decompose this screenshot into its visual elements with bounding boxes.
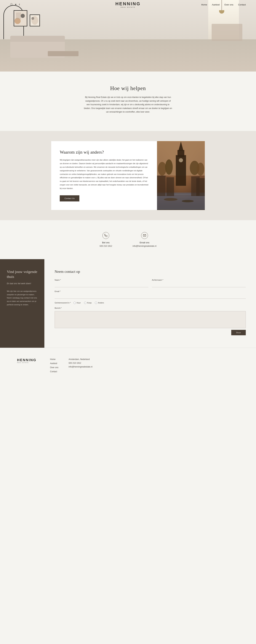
footer-aanbod[interactable]: Aanbod [50,362,58,364]
interest-row: Geïnteresseerd in * Huur Koop Anders [55,302,246,304]
artwork-inner-1 [14,11,27,26]
waarom-inner: Waarom zijn wij anders? Wij begrijpen da… [51,141,205,210]
phone-value: 020 210 1912 [99,245,112,247]
interest-label: Geïnteresseerd in * [55,302,71,304]
artwork-frame-2 [30,14,40,26]
bericht-textarea[interactable] [55,311,246,328]
contact-us-button[interactable]: Contact Us [60,195,79,202]
form-left-heading: Vind jouw volgende thuis [7,270,38,279]
radio-huur[interactable] [74,302,76,304]
option-koop[interactable]: Koop [84,302,92,304]
nav-logo: HENNING REAL ESTATE [115,1,141,8]
hero-interior [0,0,256,72]
footer: HENNING REAL ESTATE Home Aanbod Over ons… [0,348,256,380]
help-heading: Hoe wij helpen [7,85,249,92]
form-left-panel: Vind jouw volgende thuis En laat ons het… [0,259,44,348]
footer-logo-sub: REAL ESTATE [17,362,36,363]
nav-aanbod[interactable]: Aanbod [212,4,220,6]
koop-label: Koop [87,302,92,304]
waarom-section: Waarom zijn wij anders? Wij begrijpen da… [0,131,256,220]
phone-icon [102,232,109,239]
option-anders[interactable]: Anders [95,302,104,304]
social-links[interactable]: ⓘ ♥ ℓ [10,3,20,6]
amsterdam-scene-svg [157,141,205,210]
nav-over-ons[interactable]: Over ons [224,4,233,6]
hero-dining-table [212,24,242,41]
email-group: Email * [55,290,246,299]
email-icon [141,232,148,239]
hero-scene [0,0,256,72]
naam-group: Naam * [55,279,149,287]
phone-contact-item: Bel ons 020 210 1912 [99,232,112,247]
artwork-frame-1 [14,10,27,26]
logo-sub: REAL ESTATE [115,6,141,8]
anders-label: Anders [98,302,104,304]
naam-input[interactable] [55,282,149,287]
contact-info-section: Bel ons 020 210 1912 Email ons info@henn… [0,220,256,259]
waarom-heading: Waarom zijn wij anders? [60,150,149,155]
email-label: Email * [55,290,246,292]
option-huur[interactable]: Huur [74,302,81,304]
hoe-wij-helpen-section: Hoe wij helpen Bij Henning Real Estate z… [0,72,256,124]
nav-links[interactable]: Home Aanbod Over ons Contact [201,4,246,6]
hero-coffee-table [48,51,78,56]
radio-koop[interactable] [84,302,86,304]
form-right-panel: Neem contact op Naam * Achternaam * Emai… [44,259,256,348]
tiktok-icon[interactable]: ♥ [15,3,16,6]
bericht-group: Bericht * [55,307,246,328]
linkedin-icon[interactable]: ℓ [19,3,20,6]
email-row: Email * [55,290,246,299]
hero-artwork [14,10,40,26]
nav-home[interactable]: Home [201,4,207,6]
naam-label: Naam * [55,279,149,281]
hero-section [0,0,256,72]
waarom-content: Waarom zijn wij anders? Wij begrijpen da… [51,141,157,210]
form-tagline: En laat ons het werk doen! [7,282,38,286]
radio-anders[interactable] [95,302,97,304]
navbar: ⓘ ♥ ℓ HENNING REAL ESTATE Home Aanbod Ov… [0,0,256,9]
form-section: Vind jouw volgende thuis En laat ons het… [0,259,256,348]
bericht-label: Bericht * [55,307,246,309]
footer-logo: HENNING REAL ESTATE [17,358,36,363]
svg-point-2 [21,14,25,18]
achternaam-group: Achternaam * [152,279,246,287]
achternaam-label: Achternaam * [152,279,246,281]
email-input[interactable] [55,294,246,299]
svg-point-6 [31,17,34,20]
email-contact-item: Email ons info@henningrealestate.nl [133,232,157,247]
footer-over-ons[interactable]: Over ons [50,366,58,369]
logo-text: HENNING [115,1,141,6]
artwork-inner-2 [30,15,39,26]
stuur-button[interactable]: Stuur [231,330,246,335]
achternaam-input[interactable] [152,282,246,287]
waarom-image [157,141,205,210]
footer-contact[interactable]: Contact [50,370,58,373]
footer-home[interactable]: Home [50,358,58,360]
footer-email: info@henningrealestate.nl [69,366,92,368]
form-left-body: We zijn hier om uw vastgoedproces soepel… [7,290,38,306]
name-row: Naam * Achternaam * [55,279,246,287]
svg-rect-25 [157,142,205,210]
help-body: Bij Henning Real Estate zijn we er trots… [84,96,172,114]
email-value: info@henningrealestate.nl [133,245,157,247]
footer-logo-text: HENNING [17,358,36,362]
form-heading: Neem contact op [55,270,246,274]
footer-phone: 020 210 1912 [69,362,92,364]
footer-address: Amsterdam, Nederland [69,358,92,360]
footer-links[interactable]: Home Aanbod Over ons Contact [50,358,58,373]
svg-rect-3 [16,12,21,19]
instagram-icon[interactable]: ⓘ [10,3,13,6]
huur-label: Huur [77,302,81,304]
footer-contact-info: Amsterdam, Nederland 020 210 1912 info@h… [69,358,92,368]
waarom-body: Wij begrijpen dat vastgoedtransacties me… [60,158,149,190]
nav-contact[interactable]: Contact [238,4,246,6]
phone-label: Bel ons [99,241,112,244]
email-label: Email ons [133,241,157,244]
